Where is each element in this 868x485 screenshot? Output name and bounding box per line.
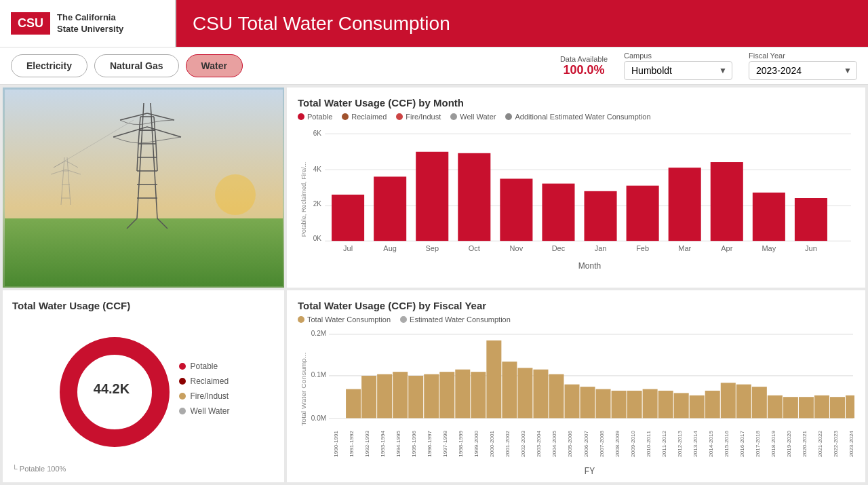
svg-text:Month: Month bbox=[578, 261, 601, 271]
monthly-chart-panel: Total Water Usage (CCF) by Month Potable… bbox=[287, 88, 865, 288]
fy-bar-24 bbox=[705, 391, 720, 419]
svg-text:2016-2017: 2016-2017 bbox=[739, 431, 745, 457]
nav-right: Data Available 100.0% Campus Humboldt ▼ … bbox=[560, 52, 857, 80]
svg-text:Oct: Oct bbox=[469, 244, 480, 252]
svg-text:Sep: Sep bbox=[425, 244, 439, 252]
monthly-chart-svg: 6K 4K 2K 0K Potable, Reclaimed, Fire/...… bbox=[298, 123, 854, 282]
donut-legend-fire: Fire/Indust bbox=[179, 391, 229, 401]
svg-text:2001-2002: 2001-2002 bbox=[505, 431, 511, 457]
campus-dropdown[interactable]: Humboldt bbox=[624, 61, 732, 80]
svg-text:2018-2019: 2018-2019 bbox=[770, 431, 776, 457]
page-title: CSU Total Water Consumption bbox=[193, 13, 450, 35]
fy-bar-6 bbox=[424, 374, 439, 419]
svg-text:2022-2023: 2022-2023 bbox=[833, 431, 838, 457]
bar-jul bbox=[332, 195, 364, 241]
donut-svg-wrapper: 44.2K bbox=[57, 334, 165, 443]
fy-bar-chart-area: 0.2M 0.1M 0.0M Total Water Consump... 19… bbox=[298, 326, 854, 476]
svg-text:Nov: Nov bbox=[510, 244, 524, 252]
campus-dropdown-wrapper: Humboldt ▼ bbox=[624, 61, 732, 80]
monthly-chart-legend: Potable Reclaimed Fire/Indust Well Water… bbox=[298, 113, 854, 121]
fy-bar-32 bbox=[830, 397, 845, 418]
svg-text:1994-1995: 1994-1995 bbox=[396, 431, 401, 457]
svg-text:1996-1997: 1996-1997 bbox=[427, 431, 433, 457]
svg-text:Jul: Jul bbox=[343, 244, 353, 252]
fy-bar-20 bbox=[643, 389, 658, 419]
bar-mar bbox=[669, 168, 701, 241]
legend-fire-indust: Fire/Indust bbox=[396, 113, 441, 121]
tab-water[interactable]: Water bbox=[186, 54, 243, 77]
legend-dot-potable bbox=[298, 113, 304, 120]
fy-bar-18 bbox=[612, 391, 627, 419]
fy-bar-11 bbox=[502, 362, 517, 418]
donut-dot-well bbox=[179, 408, 186, 414]
svg-text:Dec: Dec bbox=[552, 244, 566, 252]
fy-bar-16 bbox=[580, 387, 595, 418]
donut-center-value: 44.2K bbox=[94, 381, 130, 397]
svg-text:0.0M: 0.0M bbox=[311, 413, 326, 422]
fiscal-year-dropdown-wrapper: 2023-2024 ▼ bbox=[749, 61, 857, 80]
bar-feb bbox=[627, 186, 659, 241]
fy-bar-27 bbox=[752, 387, 767, 418]
fy-chart-svg: 0.2M 0.1M 0.0M Total Water Consump... 19… bbox=[298, 326, 854, 476]
fy-bar-14 bbox=[549, 374, 564, 419]
header: CSU The California State University CSU … bbox=[0, 0, 868, 47]
donut-panel: Total Water Usage (CCF) 44.2K Potable Re… bbox=[3, 290, 284, 482]
tab-natural-gas[interactable]: Natural Gas bbox=[94, 54, 179, 77]
svg-text:2004-2005: 2004-2005 bbox=[552, 431, 557, 457]
fy-chart-legend: Total Water Consumption Estimated Water … bbox=[298, 315, 854, 324]
navbar: Electricity Natural Gas Water Data Avail… bbox=[0, 47, 868, 85]
fy-bar-10 bbox=[486, 341, 501, 419]
svg-text:1991-1992: 1991-1992 bbox=[349, 431, 355, 457]
svg-text:FY: FY bbox=[585, 465, 595, 476]
fiscal-year-dropdown[interactable]: 2023-2024 bbox=[749, 61, 857, 80]
svg-text:Total Water Consump...: Total Water Consump... bbox=[300, 352, 307, 425]
svg-text:2012-2013: 2012-2013 bbox=[677, 431, 682, 457]
logo-abbr: CSU bbox=[11, 12, 50, 35]
legend-dot-estimated-water bbox=[400, 316, 407, 323]
svg-text:May: May bbox=[762, 244, 776, 252]
fy-bar-31 bbox=[814, 395, 829, 419]
bar-dec bbox=[542, 184, 574, 241]
fy-bar-12 bbox=[517, 368, 532, 418]
svg-text:1997-1998: 1997-1998 bbox=[443, 431, 448, 457]
bar-jan bbox=[585, 191, 617, 241]
landscape-image bbox=[3, 88, 284, 288]
donut-dot-fire bbox=[179, 393, 186, 400]
fy-bar-23 bbox=[690, 395, 705, 419]
svg-text:2014-2015: 2014-2015 bbox=[708, 431, 713, 457]
fy-bar-26 bbox=[736, 385, 751, 419]
fy-bar-30 bbox=[799, 397, 814, 418]
donut-legend-potable: Potable bbox=[179, 362, 229, 371]
legend-dot-total-water bbox=[298, 316, 304, 323]
fy-bar-3 bbox=[377, 374, 392, 419]
tab-electricity[interactable]: Electricity bbox=[11, 54, 87, 77]
svg-text:2005-2006: 2005-2006 bbox=[568, 431, 573, 457]
fy-bar-17 bbox=[596, 389, 611, 419]
svg-text:1990-1991: 1990-1991 bbox=[334, 431, 339, 457]
bar-may bbox=[753, 193, 785, 241]
svg-text:4K: 4K bbox=[313, 166, 321, 173]
logo-text: The California State University bbox=[57, 12, 123, 35]
svg-text:Jun: Jun bbox=[805, 244, 817, 252]
legend-additional-estimated: Additional Estimated Water Consumption bbox=[505, 113, 650, 121]
logo-section: CSU The California State University bbox=[0, 0, 176, 47]
svg-text:1993-1994: 1993-1994 bbox=[380, 431, 386, 457]
fy-bar-29 bbox=[783, 397, 798, 418]
svg-point-2 bbox=[215, 174, 256, 215]
fy-bar-33 bbox=[846, 395, 854, 419]
fy-bar-25 bbox=[721, 383, 736, 418]
svg-text:2023-2024: 2023-2024 bbox=[849, 431, 854, 457]
main-content: Total Water Usage (CCF) by Month Potable… bbox=[0, 85, 868, 485]
fy-bar-8 bbox=[455, 370, 470, 419]
svg-text:2008-2009: 2008-2009 bbox=[614, 431, 620, 457]
svg-text:0K: 0K bbox=[313, 235, 321, 242]
svg-text:0.2M: 0.2M bbox=[311, 328, 326, 337]
legend-reclaimed: Reclaimed bbox=[342, 113, 387, 121]
donut-legend-well: Well Water bbox=[179, 406, 229, 416]
svg-text:2015-2016: 2015-2016 bbox=[724, 431, 729, 457]
campus-dropdown-group: Campus Humboldt ▼ bbox=[624, 52, 732, 80]
fy-bar-1 bbox=[346, 389, 361, 419]
data-available: Data Available 100.0% bbox=[560, 55, 608, 77]
svg-text:Aug: Aug bbox=[383, 244, 397, 252]
svg-text:1998-1999: 1998-1999 bbox=[458, 431, 464, 457]
